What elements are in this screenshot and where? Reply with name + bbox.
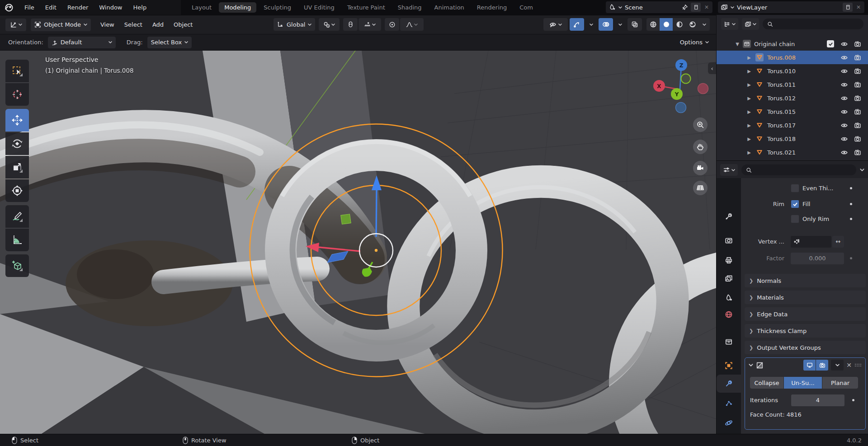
properties-options-chevron[interactable] bbox=[860, 169, 864, 171]
factor-field[interactable]: 0.000 bbox=[791, 253, 844, 264]
view-layer-icon[interactable] bbox=[721, 4, 728, 11]
tool-measure[interactable] bbox=[5, 229, 29, 251]
tool-select-box[interactable] bbox=[5, 60, 29, 82]
tab-render[interactable] bbox=[717, 231, 741, 249]
camera-icon[interactable] bbox=[854, 108, 861, 115]
collection-name[interactable]: Original chain bbox=[754, 41, 827, 47]
outliner-item-torus-021[interactable]: ▶ Torus.021 bbox=[717, 146, 868, 159]
shading-wireframe-button[interactable] bbox=[646, 18, 660, 31]
properties-editor-type-button[interactable] bbox=[720, 164, 738, 176]
axis-neg-y-ball[interactable] bbox=[681, 74, 691, 84]
object-type-visibility-dropdown[interactable] bbox=[543, 18, 568, 31]
outliner-item-torus-018[interactable]: ▶ Torus.018 bbox=[717, 132, 868, 146]
menu-render[interactable]: Render bbox=[62, 0, 94, 15]
zoom-button[interactable] bbox=[693, 117, 708, 132]
unsubdivide-mode-button[interactable]: Un-Su... bbox=[784, 377, 822, 389]
tab-modeling[interactable]: Modeling bbox=[219, 2, 256, 13]
new-view-layer-button[interactable] bbox=[843, 3, 853, 12]
tab-physics[interactable] bbox=[717, 414, 741, 432]
proportional-falloff-dropdown[interactable] bbox=[400, 18, 424, 31]
tab-animation[interactable]: Animation bbox=[429, 2, 470, 13]
section-thickness-clamp[interactable]: ❯Thickness Clamp bbox=[745, 324, 866, 338]
camera-icon[interactable] bbox=[854, 81, 861, 88]
shading-solid-button[interactable] bbox=[660, 18, 673, 31]
tab-uv-editing[interactable]: UV Editing bbox=[298, 2, 340, 13]
editor-type-button[interactable] bbox=[5, 19, 26, 31]
tab-tool[interactable] bbox=[717, 207, 741, 225]
planar-mode-button[interactable]: Planar bbox=[822, 377, 858, 389]
only-rim-checkbox[interactable] bbox=[791, 215, 799, 223]
tab-rendering[interactable]: Rendering bbox=[472, 2, 512, 13]
eye-icon[interactable] bbox=[840, 135, 848, 143]
scene-name[interactable]: Scene bbox=[625, 4, 679, 11]
eye-icon[interactable] bbox=[840, 67, 848, 75]
menu-add[interactable]: Add bbox=[147, 21, 169, 28]
eye-icon[interactable] bbox=[840, 54, 848, 61]
tool-transform[interactable] bbox=[5, 179, 29, 202]
tool-scale[interactable] bbox=[5, 156, 29, 178]
pivot-point-dropdown[interactable] bbox=[319, 18, 340, 31]
perspective-toggle-button[interactable] bbox=[693, 181, 708, 195]
expand-icon[interactable]: ▶ bbox=[746, 109, 752, 114]
section-materials[interactable]: ❯Materials bbox=[745, 291, 866, 304]
pan-button[interactable] bbox=[693, 140, 708, 154]
tab-world[interactable] bbox=[717, 305, 741, 324]
camera-icon[interactable] bbox=[854, 135, 861, 142]
animate-dot[interactable] bbox=[850, 203, 852, 205]
expand-icon[interactable]: ▶ bbox=[746, 82, 752, 87]
camera-icon[interactable] bbox=[854, 122, 861, 129]
expand-icon[interactable]: ▶ bbox=[746, 96, 752, 101]
axis-x-ball[interactable]: X bbox=[653, 80, 665, 92]
modifier-delete-icon[interactable]: ✕ bbox=[846, 361, 852, 369]
xray-toggle[interactable] bbox=[627, 18, 642, 31]
view-layer-name[interactable]: ViewLayer bbox=[737, 4, 840, 11]
gizmos-dropdown[interactable] bbox=[586, 18, 597, 31]
options-dropdown[interactable]: Options bbox=[680, 34, 709, 50]
eye-icon[interactable] bbox=[840, 122, 848, 129]
expand-icon[interactable]: ▶ bbox=[746, 123, 752, 128]
orientation-dropdown[interactable]: Default bbox=[48, 37, 116, 48]
menu-file[interactable]: File bbox=[19, 0, 40, 15]
tab-compositing[interactable]: Com bbox=[514, 2, 538, 13]
collection-checkbox[interactable] bbox=[827, 40, 834, 47]
mode-dropdown[interactable]: Object Mode bbox=[31, 19, 91, 31]
animate-dot[interactable] bbox=[850, 218, 852, 220]
unlink-scene-icon[interactable]: ✕ bbox=[703, 4, 710, 10]
animate-dot[interactable] bbox=[852, 399, 854, 401]
expand-icon[interactable]: ▶ bbox=[746, 136, 752, 141]
overlays-toggle[interactable] bbox=[599, 18, 613, 31]
tab-modifiers[interactable] bbox=[717, 375, 741, 393]
axis-y-ball[interactable]: Y bbox=[671, 88, 683, 100]
outliner-filter-dropdown[interactable] bbox=[742, 18, 759, 30]
tab-layout[interactable]: Layout bbox=[186, 2, 217, 13]
tab-sculpting[interactable]: Sculpting bbox=[258, 2, 297, 13]
camera-icon[interactable] bbox=[854, 94, 861, 102]
tab-output[interactable] bbox=[717, 251, 741, 269]
shading-material-button[interactable] bbox=[673, 18, 686, 31]
blender-logo-icon[interactable] bbox=[4, 2, 14, 13]
vertex-invert-button[interactable]: ↔ bbox=[832, 236, 844, 248]
outliner-collection-row[interactable]: ▼ Original chain bbox=[717, 37, 868, 51]
axis-neg-z-ball[interactable] bbox=[676, 103, 686, 113]
outliner-item-torus-008[interactable]: ▶ Torus.008 bbox=[717, 51, 868, 64]
expand-icon[interactable]: ▶ bbox=[746, 69, 752, 74]
outliner-item-torus-012[interactable]: ▶ Torus.012 bbox=[717, 91, 868, 105]
view-layer-dropdown-icon[interactable] bbox=[731, 6, 734, 9]
eye-icon[interactable] bbox=[840, 94, 848, 102]
section-output-vertex-groups[interactable]: ❯Output Vertex Groups bbox=[745, 341, 866, 354]
snap-target-dropdown[interactable] bbox=[359, 18, 381, 31]
tool-cursor[interactable] bbox=[5, 83, 29, 106]
transform-orientation-dropdown[interactable]: Global bbox=[274, 18, 315, 31]
modifier-realtime-toggle[interactable] bbox=[803, 360, 816, 371]
tab-shading[interactable]: Shading bbox=[392, 2, 427, 13]
scene-dropdown-icon[interactable] bbox=[618, 6, 622, 9]
modifier-render-toggle[interactable] bbox=[816, 360, 828, 371]
vertex-group-selector[interactable] bbox=[791, 236, 831, 248]
scene-icon[interactable] bbox=[609, 4, 616, 11]
section-edge-data[interactable]: ❯Edge Data bbox=[745, 307, 866, 321]
proportional-editing-toggle[interactable] bbox=[385, 18, 399, 31]
overlays-dropdown[interactable] bbox=[615, 18, 626, 31]
menu-object[interactable]: Object bbox=[169, 21, 198, 28]
gizmos-toggle[interactable] bbox=[570, 18, 584, 31]
gizmo-plane-xy-handle[interactable] bbox=[341, 214, 351, 225]
